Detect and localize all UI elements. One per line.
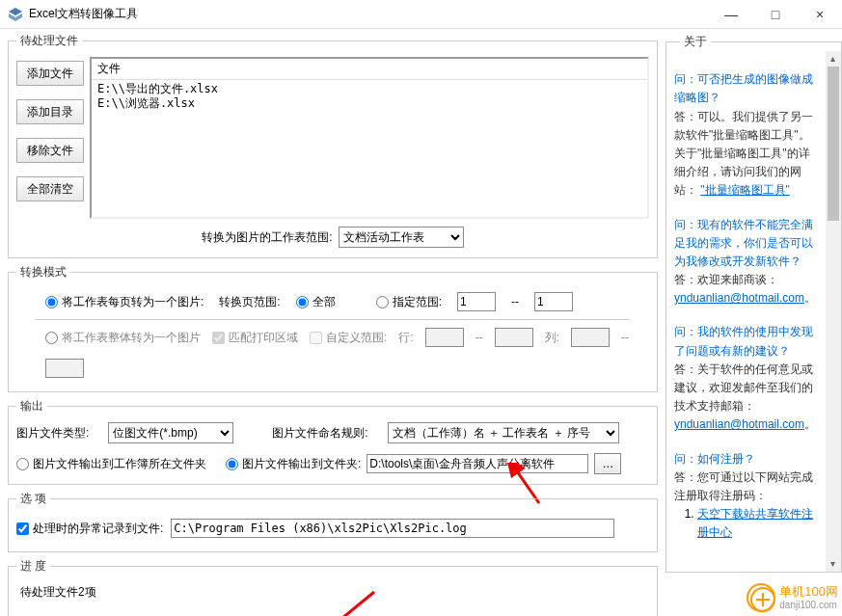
per-page-radio[interactable]: 将工作表每页转为一个图片:	[45, 294, 204, 310]
all-pages-radio[interactable]: 全部	[296, 294, 336, 310]
file-list-header: 文件	[92, 59, 647, 80]
c2-input	[45, 359, 84, 378]
progress-group: 进 度 待处理文件2项	[8, 558, 658, 616]
about-scrollbar[interactable]: ▴ ▾	[826, 51, 841, 572]
maximize-button[interactable]: □	[753, 0, 798, 29]
sheet-range-label: 转换为图片的工作表范围:	[202, 229, 332, 246]
window-title: Excel文档转图像工具	[29, 6, 709, 22]
minimize-button[interactable]: —	[709, 0, 753, 29]
page-range-label: 转换页范围:	[219, 294, 280, 310]
close-button[interactable]: ×	[798, 0, 842, 29]
remove-file-button[interactable]: 移除文件	[16, 138, 84, 163]
clear-all-button[interactable]: 全部清空	[16, 176, 84, 201]
reg-link-1[interactable]: 天空下载站共享软件注册中心	[697, 507, 813, 539]
faq-a2: 答：欢迎来邮商谈：	[674, 273, 778, 286]
whole-sheet-radio[interactable]: 将工作表整体转为一个图片	[45, 330, 201, 346]
options-group: 选 项 处理时的异常记录到文件:	[8, 491, 658, 552]
output-folder-path[interactable]	[367, 454, 588, 473]
file-list-body: E:\\导出的文件.xlsx E:\\浏览器.xlsx	[92, 80, 647, 113]
match-print-check: 匹配打印区域	[212, 330, 298, 346]
add-dir-button[interactable]: 添加目录	[16, 99, 84, 124]
progress-legend: 进 度	[16, 558, 50, 575]
app-icon	[8, 7, 23, 22]
scrollbar-thumb[interactable]	[828, 67, 839, 221]
file-row: E:\\浏览器.xlsx	[97, 96, 195, 110]
output-group: 输出 图片文件类型: 位图文件(*.bmp) 图片文件命名规则: 文档（工作薄）…	[8, 398, 658, 485]
sheet-range-select[interactable]: 文档活动工作表	[339, 227, 464, 248]
mode-legend: 转换模式	[16, 264, 70, 281]
pending-group: 待处理文件 添加文件 添加目录 移除文件 全部清空 文件 E:\\导出的文件.x…	[8, 33, 658, 258]
log-check[interactable]: 处理时的异常记录到文件:	[16, 521, 163, 537]
progress-text: 待处理文件2项	[16, 582, 649, 610]
faq-q4: 问：如何注册？	[674, 450, 816, 469]
specific-range-radio[interactable]: 指定范围:	[376, 294, 442, 310]
faq-q3: 问：我的软件的使用中发现了问题或有新的建议？	[674, 323, 816, 360]
r1-input	[425, 328, 464, 347]
email-link-2[interactable]: ynduanlian@hotmail.com	[674, 417, 804, 431]
svg-marker-0	[9, 8, 22, 15]
output-legend: 输出	[16, 398, 47, 415]
file-list[interactable]: 文件 E:\\导出的文件.xlsx E:\\浏览器.xlsx	[90, 57, 649, 219]
about-legend: 关于	[680, 33, 711, 51]
log-path-input[interactable]	[171, 519, 614, 538]
col-label: 列:	[545, 330, 559, 346]
scroll-up-icon[interactable]: ▴	[826, 51, 841, 67]
faq-q1: 问：可否把生成的图像做成缩略图？	[674, 70, 816, 107]
options-legend: 选 项	[16, 491, 50, 507]
scroll-down-icon[interactable]: ▾	[826, 556, 841, 572]
range-to-input[interactable]	[534, 292, 573, 311]
naming-select[interactable]: 文档（工作薄）名 ＋ 工作表名 ＋ 序号	[388, 422, 619, 443]
email-link-1[interactable]: ynduanlian@hotmail.com	[674, 291, 804, 305]
row-label: 行:	[398, 330, 413, 346]
faq-a4: 答：您可通过以下网站完成注册取得注册码：	[674, 470, 813, 502]
browse-button[interactable]: ...	[594, 453, 621, 474]
custom-range-check: 自定义范围:	[310, 330, 387, 346]
range-from-input[interactable]	[457, 292, 496, 311]
pending-legend: 待处理文件	[16, 33, 82, 49]
faq-a3: 答：关于软件的任何意见或建议，欢迎发邮件至我们的技术支持邮箱：	[674, 362, 813, 413]
mode-group: 转换模式 将工作表每页转为一个图片: 转换页范围: 全部 指定范围: --	[8, 264, 658, 392]
thumb-tool-link[interactable]: "批量缩略图工具"	[700, 183, 790, 197]
output-workbook-dir-radio[interactable]: 图片文件输出到工作簿所在文件夹	[16, 456, 206, 472]
file-row: E:\\导出的文件.xlsx	[97, 82, 218, 95]
c1-input	[571, 328, 610, 347]
r2-input	[495, 328, 533, 347]
add-file-button[interactable]: 添加文件	[16, 61, 84, 86]
range-dash: --	[511, 295, 519, 308]
titlebar: Excel文档转图像工具 — □ ×	[0, 0, 842, 29]
filetype-select[interactable]: 位图文件(*.bmp)	[108, 422, 233, 443]
filetype-label: 图片文件类型:	[16, 425, 89, 442]
naming-label: 图片文件命名规则:	[272, 425, 367, 442]
output-folder-radio[interactable]: 图片文件输出到文件夹:	[226, 456, 361, 472]
faq-q2: 问：现有的软件不能完全满足我的需求，你们是否可以为我修改或开发新软件？	[674, 216, 816, 272]
about-group: 关于 问：可否把生成的图像做成缩略图？ 答：可以。我们提供了另一款软件"批量缩略…	[665, 33, 842, 573]
